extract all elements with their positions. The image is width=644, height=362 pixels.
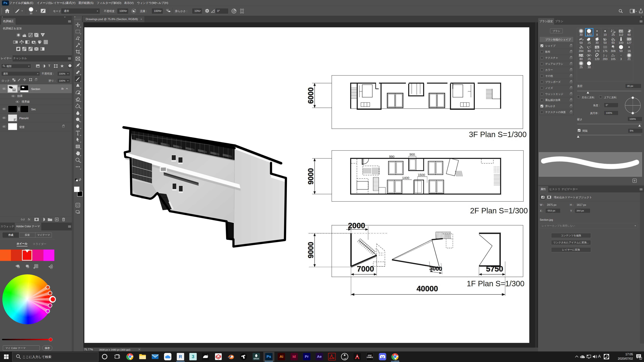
svg-text:105: 105 xyxy=(611,57,616,61)
svg-text:120: 120 xyxy=(595,57,600,61)
svg-text:3F Plan S=1/300: 3F Plan S=1/300 xyxy=(469,130,526,139)
svg-text:30: 30 xyxy=(588,66,591,69)
svg-text:25: 25 xyxy=(612,33,615,36)
svg-text:3: 3 xyxy=(620,57,622,61)
svg-text:112: 112 xyxy=(619,33,623,36)
svg-text:1F Plan S=1/300: 1F Plan S=1/300 xyxy=(467,279,524,288)
svg-text:283: 283 xyxy=(603,57,608,61)
svg-text:100: 100 xyxy=(619,41,623,44)
svg-text:9000: 9000 xyxy=(306,168,315,185)
svg-text:25: 25 xyxy=(588,41,591,44)
svg-text:60: 60 xyxy=(628,33,631,36)
svg-text:8: 8 xyxy=(596,33,598,36)
svg-text:1400: 1400 xyxy=(402,176,409,180)
svg-text:25: 25 xyxy=(588,57,591,61)
svg-text:2: 2 xyxy=(640,357,641,360)
svg-text:5750: 5750 xyxy=(486,265,503,273)
svg-text:9000: 9000 xyxy=(306,242,315,258)
svg-text:80: 80 xyxy=(588,49,591,53)
svg-text:50: 50 xyxy=(620,49,623,53)
svg-text:174: 174 xyxy=(595,49,600,53)
svg-text:6: 6 xyxy=(207,354,208,357)
svg-text:EDU10: EDU10 xyxy=(254,358,259,360)
svg-text:1500: 1500 xyxy=(418,173,425,177)
svg-text:175: 175 xyxy=(603,49,608,53)
svg-text:40000: 40000 xyxy=(416,284,438,293)
svg-text:2000: 2000 xyxy=(348,221,365,230)
svg-text:284: 284 xyxy=(579,49,584,53)
svg-text:6000: 6000 xyxy=(306,87,315,104)
svg-text:900: 900 xyxy=(410,153,415,156)
svg-text:30: 30 xyxy=(580,33,583,36)
svg-text:50: 50 xyxy=(604,41,607,44)
svg-text:80: 80 xyxy=(580,57,583,61)
svg-text:990: 990 xyxy=(389,155,394,158)
svg-text:7000: 7000 xyxy=(357,265,374,273)
svg-text:21: 21 xyxy=(628,57,631,61)
svg-text:60: 60 xyxy=(612,41,615,44)
svg-text:30: 30 xyxy=(596,41,599,44)
svg-text:50: 50 xyxy=(580,41,583,44)
svg-text:306: 306 xyxy=(611,49,616,53)
svg-text:127: 127 xyxy=(627,41,632,44)
svg-text:25: 25 xyxy=(580,66,583,69)
svg-text:16: 16 xyxy=(628,49,631,53)
svg-text:2F Plan S=1/300: 2F Plan S=1/300 xyxy=(470,206,528,215)
svg-text:10: 10 xyxy=(604,33,607,36)
